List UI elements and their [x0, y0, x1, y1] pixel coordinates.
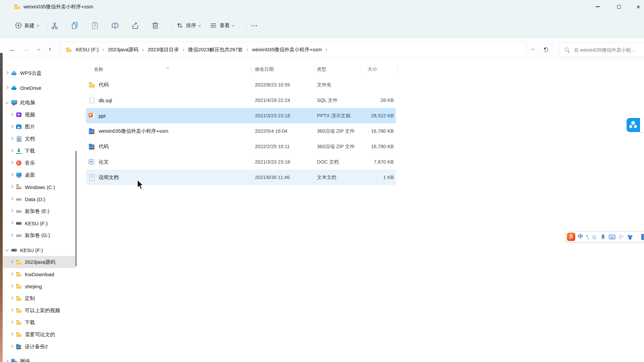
delete-button[interactable]	[151, 13, 160, 38]
column-header-name[interactable]: 名称	[94, 64, 103, 74]
sidebar-item[interactable]: 音乐	[3, 157, 75, 169]
chevron-right-icon[interactable]	[10, 197, 13, 200]
maximize-button[interactable]	[609, 0, 629, 13]
chevron-down-icon[interactable]	[6, 248, 8, 251]
search-input[interactable]	[573, 47, 640, 53]
minimize-button[interactable]	[588, 0, 607, 13]
sidebar-item[interactable]: 文档	[3, 133, 75, 145]
chevron-right-icon[interactable]	[10, 221, 13, 224]
chevron-right-icon[interactable]	[10, 272, 13, 275]
sidebar-item[interactable]: 此电脑	[3, 97, 75, 109]
view-button[interactable]: 查看	[209, 13, 234, 38]
up-button[interactable]: ↑	[44, 38, 56, 61]
address-dropdown-button[interactable]	[527, 38, 539, 61]
file-row[interactable]: 说明文档2021/8/30 11:46文本文档1 KB	[86, 170, 396, 185]
breadcrumb-item[interactable]: 2023项目目录	[146, 45, 181, 54]
chevron-right-icon[interactable]	[10, 320, 13, 323]
sidebar-item[interactable]: KwDownload	[3, 268, 75, 280]
copy-button[interactable]	[70, 13, 79, 38]
sidebar-scrollbar[interactable]	[75, 151, 77, 266]
emoji-icon[interactable]: ☺	[591, 234, 597, 240]
sidebar-item[interactable]: 视频	[3, 109, 75, 121]
file-row[interactable]: 论文2021/3/23 23:18DOC 文档7,870 KB	[86, 154, 396, 170]
cut-button[interactable]	[50, 13, 59, 38]
chevron-right-icon[interactable]	[6, 359, 8, 362]
sidebar-item[interactable]: 下载	[3, 145, 75, 157]
breadcrumb-item[interactable]: weixin035微信外卖小程序+ssm	[250, 45, 324, 54]
sidebar-item[interactable]: OneDrive	[3, 82, 75, 94]
sidebar-item[interactable]: 新加卷 (E:)	[3, 205, 75, 217]
close-button[interactable]: ✕	[629, 0, 644, 13]
file-row[interactable]: weixin035微信外卖小程序+ssm2022/5/4 16:04360压缩 …	[86, 123, 396, 139]
sidebar-item[interactable]: 图片	[3, 121, 75, 133]
new-button[interactable]: 新建	[15, 13, 39, 38]
sidebar-item[interactable]: 需要写论文的	[3, 328, 75, 341]
breadcrumb-separator-icon[interactable]: ›	[101, 47, 106, 53]
chevron-right-icon[interactable]	[10, 296, 13, 299]
chevron-right-icon[interactable]	[10, 125, 13, 127]
breadcrumb-separator-icon[interactable]: ›	[245, 47, 250, 53]
sogou-logo-icon[interactable]: S	[567, 233, 575, 241]
breadcrumb-separator-icon[interactable]: ›	[141, 47, 146, 53]
handwriting-icon[interactable]	[618, 234, 624, 240]
toolbox-icon[interactable]	[641, 234, 644, 240]
chevron-right-icon[interactable]	[10, 345, 13, 347]
file-row[interactable]: 代码2022/8/23 10:55文件夹	[86, 77, 396, 93]
punctuation-mode-icon[interactable]: °,	[586, 234, 589, 240]
chevron-right-icon[interactable]	[10, 308, 13, 311]
voice-input-icon[interactable]	[600, 234, 606, 240]
baidu-netdisk-icon[interactable]	[627, 118, 640, 132]
sidebar-item[interactable]: Windows (C:)	[3, 181, 75, 193]
column-divider[interactable]	[251, 65, 251, 74]
chinese-mode-icon[interactable]: 中	[578, 233, 583, 240]
sidebar-item[interactable]: 可以上架的视频	[3, 304, 75, 316]
chevron-right-icon[interactable]	[10, 333, 13, 335]
rename-button[interactable]	[111, 13, 119, 38]
file-row[interactable]: db.sql2021/4/29 22:24SQL 文件28 KB	[86, 93, 396, 108]
sidebar-item[interactable]: 定制	[3, 292, 75, 304]
share-button[interactable]	[131, 13, 140, 38]
sidebar-item[interactable]: shejiing	[3, 280, 75, 292]
sidebar-item[interactable]: 2023java源码	[3, 256, 75, 268]
sidebar-item[interactable]: 下载	[3, 316, 75, 328]
column-divider[interactable]	[362, 65, 362, 74]
sidebar-item[interactable]: 桌面	[3, 169, 75, 181]
column-header-size[interactable]: 大小	[368, 64, 377, 74]
column-divider[interactable]	[314, 65, 315, 74]
more-options-button[interactable]: ⋯	[251, 13, 258, 38]
back-button[interactable]: ←	[7, 38, 18, 61]
refresh-button[interactable]	[540, 38, 551, 61]
sidebar-item[interactable]: Data (D:)	[3, 193, 75, 205]
chevron-right-icon[interactable]	[6, 86, 8, 88]
sidebar-item[interactable]: 网络	[3, 355, 75, 362]
sidebar-item[interactable]: 新加卷 (G:)	[3, 229, 75, 241]
sort-button[interactable]: 排序	[176, 13, 201, 38]
column-header-date[interactable]: 修改日期	[255, 64, 274, 74]
chevron-down-icon[interactable]	[6, 101, 8, 103]
breadcrumb-separator-icon[interactable]: ›	[181, 47, 186, 53]
sidebar-item[interactable]: KESU (F:)	[3, 244, 75, 256]
forward-button[interactable]: →	[20, 38, 32, 61]
chevron-right-icon[interactable]	[10, 161, 13, 164]
chevron-right-icon[interactable]	[10, 209, 13, 212]
breadcrumb-separator-icon[interactable]: ›	[324, 47, 329, 53]
chevron-right-icon[interactable]	[10, 173, 13, 176]
breadcrumb-item[interactable]: 2023java源码	[106, 45, 141, 54]
chevron-right-icon[interactable]	[10, 137, 13, 139]
chevron-right-icon[interactable]	[10, 233, 13, 236]
column-header-type[interactable]: 类型	[317, 64, 326, 74]
paste-button[interactable]	[91, 13, 99, 38]
file-row[interactable]: ppt2021/3/23 23:18PPTX 演示文稿28,522 KB	[86, 108, 396, 123]
breadcrumb-item[interactable]: 微信2023解压包共297套	[186, 45, 245, 54]
search-box[interactable]	[559, 43, 644, 57]
file-row[interactable]: 代码2022/2/25 10:11360压缩 ZIP 文件16,780 KB	[86, 139, 396, 154]
chevron-right-icon[interactable]	[10, 113, 13, 115]
column-divider[interactable]	[397, 65, 398, 74]
sidebar-item[interactable]: 设计备份2	[3, 341, 75, 353]
chevron-right-icon[interactable]	[10, 185, 13, 188]
chevron-right-icon[interactable]	[10, 260, 13, 263]
keyboard-icon[interactable]	[609, 234, 615, 240]
chevron-right-icon[interactable]	[10, 284, 13, 287]
sidebar-item[interactable]: KESU (F:)	[3, 217, 75, 229]
skin-shirt-icon[interactable]	[627, 234, 633, 240]
